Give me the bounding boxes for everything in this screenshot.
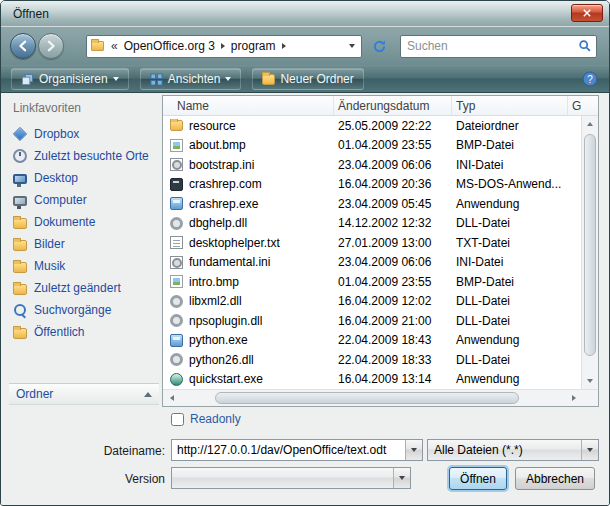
toolbar-separator — [134, 70, 135, 88]
file-row[interactable]: python26.dll22.04.2009 18:33DLL-Datei — [163, 350, 581, 370]
views-label: Ansichten — [168, 72, 221, 86]
scroll-right-icon[interactable] — [565, 390, 582, 406]
breadcrumb[interactable]: « OpenOffice.org 3 program — [86, 35, 362, 58]
file-type-cell: DLL-Datei — [452, 353, 568, 367]
scroll-left-icon[interactable] — [163, 390, 180, 406]
close-button[interactable] — [571, 4, 603, 22]
search-input[interactable] — [401, 39, 574, 53]
vertical-scroll-thumb[interactable] — [584, 134, 596, 356]
recent-places-icon — [13, 149, 27, 163]
refresh-button[interactable] — [366, 35, 392, 58]
scroll-up-icon[interactable] — [582, 116, 598, 132]
navigation-bar: « OpenOffice.org 3 program — [1, 27, 609, 65]
dll-icon — [170, 353, 183, 366]
sidebar-item-zuletzt-geandert[interactable]: Zuletzt geändert — [9, 277, 159, 299]
file-row[interactable]: python.exe22.04.2009 18:43Anwendung — [163, 331, 581, 351]
column-header-size[interactable]: G — [568, 96, 581, 115]
ini-icon — [170, 256, 183, 269]
image-icon — [170, 275, 183, 288]
file-row[interactable]: quickstart.exe16.04.2009 13:14Anwendung — [163, 370, 581, 390]
app-icon — [170, 197, 183, 210]
file-row[interactable]: crashrep.com16.04.2009 20:36MS-DOS-Anwen… — [163, 175, 581, 195]
file-row[interactable]: bootstrap.ini23.04.2009 06:06INI-Datei — [163, 155, 581, 175]
sidebar-item-dropbox[interactable]: Dropbox — [9, 123, 159, 145]
sidebar-item-label: Musik — [34, 259, 65, 273]
version-dropdown-icon[interactable] — [393, 468, 410, 488]
toolbar-separator — [246, 70, 247, 88]
breadcrumb-separator-icon[interactable] — [221, 43, 225, 49]
file-row[interactable]: resource25.05.2009 22:22Dateiordner — [163, 116, 581, 136]
vertical-scrollbar[interactable] — [581, 116, 598, 389]
filetype-dropdown-icon[interactable] — [581, 440, 598, 460]
help-button[interactable]: ? — [581, 70, 599, 88]
sidebar-item-musik[interactable]: Musik — [9, 255, 159, 277]
file-type-cell: INI-Datei — [452, 255, 568, 269]
file-date-cell: 25.05.2009 22:22 — [334, 119, 452, 133]
file-row[interactable]: crashrep.exe23.04.2009 05:45Anwendung — [163, 194, 581, 214]
horizontal-scrollbar[interactable] — [163, 389, 582, 406]
horizontal-scroll-thumb[interactable] — [215, 392, 519, 404]
file-row[interactable]: fundamental.ini23.04.2009 06:06INI-Datei — [163, 253, 581, 273]
file-date-cell: 22.04.2009 18:43 — [334, 333, 452, 347]
scroll-down-icon[interactable] — [582, 373, 598, 389]
titlebar[interactable]: Öffnen — [1, 1, 609, 27]
sidebar-item-zuletzt-besuchte-orte[interactable]: Zuletzt besuchte Orte — [9, 145, 159, 167]
file-name-cell: fundamental.ini — [163, 255, 334, 269]
sidebar-item-suchvorgange[interactable]: Suchvorgänge — [9, 299, 159, 321]
back-button[interactable] — [10, 33, 36, 59]
sidebar-item-label: Computer — [34, 193, 87, 207]
new-folder-icon — [262, 74, 275, 85]
version-select[interactable] — [171, 467, 411, 489]
filetype-value: Alle Dateien (*.*) — [428, 443, 581, 457]
new-folder-button[interactable]: Neuer Ordner — [252, 68, 363, 90]
cancel-button[interactable]: Abbrechen — [515, 467, 595, 490]
views-button[interactable]: Ansichten — [140, 68, 242, 90]
breadcrumb-dropdown-icon[interactable] — [349, 44, 355, 48]
file-row[interactable]: libxml2.dll16.04.2009 12:02DLL-Datei — [163, 292, 581, 312]
file-date-cell: 14.12.2002 12:32 — [334, 216, 452, 230]
breadcrumb-item[interactable]: OpenOffice.org 3 — [121, 39, 218, 53]
file-date-cell: 22.04.2009 18:33 — [334, 353, 452, 367]
filename-dropdown-icon[interactable] — [405, 440, 422, 460]
file-date-cell: 27.01.2009 13:00 — [334, 236, 452, 250]
file-name-cell: desktophelper.txt — [163, 236, 334, 250]
column-header-type[interactable]: Typ — [452, 96, 568, 115]
filename-label: Dateiname: — [97, 444, 165, 458]
filename-input[interactable] — [172, 443, 405, 457]
file-name-cell: crashrep.com — [163, 177, 334, 191]
sidebar-item-bilder[interactable]: Bilder — [9, 233, 159, 255]
sidebar-item-computer[interactable]: Computer — [9, 189, 159, 211]
file-row[interactable]: about.bmp01.04.2009 23:55BMP-Datei — [163, 136, 581, 156]
file-name-cell: dbghelp.dll — [163, 216, 334, 230]
open-button[interactable]: Öffnen — [449, 467, 507, 490]
organize-button[interactable]: Organisieren — [11, 68, 129, 90]
file-row[interactable]: intro.bmp01.04.2009 23:55BMP-Datei — [163, 272, 581, 292]
column-header-date[interactable]: Änderungsdatum — [334, 96, 452, 115]
sidebar-item-label: Zuletzt besuchte Orte — [34, 149, 149, 163]
sidebar-item-dokumente[interactable]: Dokumente — [9, 211, 159, 233]
folders-bar[interactable]: Ordner — [9, 383, 159, 405]
filetype-select[interactable]: Alle Dateien (*.*) — [427, 439, 599, 461]
forward-button[interactable] — [38, 33, 64, 59]
sidebar-item-offentlich[interactable]: Öffentlich — [9, 321, 159, 343]
file-date-cell: 23.04.2009 06:06 — [334, 158, 452, 172]
search-icon[interactable] — [574, 39, 596, 53]
open-dialog: Öffnen « OpenOffice.org 3 program — [0, 0, 610, 506]
sidebar-item-label: Öffentlich — [34, 325, 84, 339]
scrollbar-corner — [582, 389, 598, 406]
folder-icon — [13, 262, 27, 273]
column-header-name[interactable]: Name — [163, 96, 334, 115]
readonly-label[interactable]: Readonly — [190, 412, 241, 426]
folders-label: Ordner — [16, 387, 53, 401]
breadcrumb-item[interactable]: program — [228, 39, 279, 53]
file-row[interactable]: dbghelp.dll14.12.2002 12:32DLL-Datei — [163, 214, 581, 234]
file-row[interactable]: desktophelper.txt27.01.2009 13:00TXT-Dat… — [163, 233, 581, 253]
readonly-checkbox[interactable] — [171, 413, 184, 426]
breadcrumb-separator-icon[interactable] — [282, 43, 286, 49]
txt-icon — [170, 236, 183, 249]
sidebar-item-desktop[interactable]: Desktop — [9, 167, 159, 189]
window-title: Öffnen — [13, 1, 49, 27]
sidebar: Linkfavoriten DropboxZuletzt besuchte Or… — [9, 99, 159, 383]
breadcrumb-overflow-chevron[interactable]: « — [111, 39, 118, 53]
file-row[interactable]: npsoplugin.dll16.04.2009 21:00DLL-Datei — [163, 311, 581, 331]
